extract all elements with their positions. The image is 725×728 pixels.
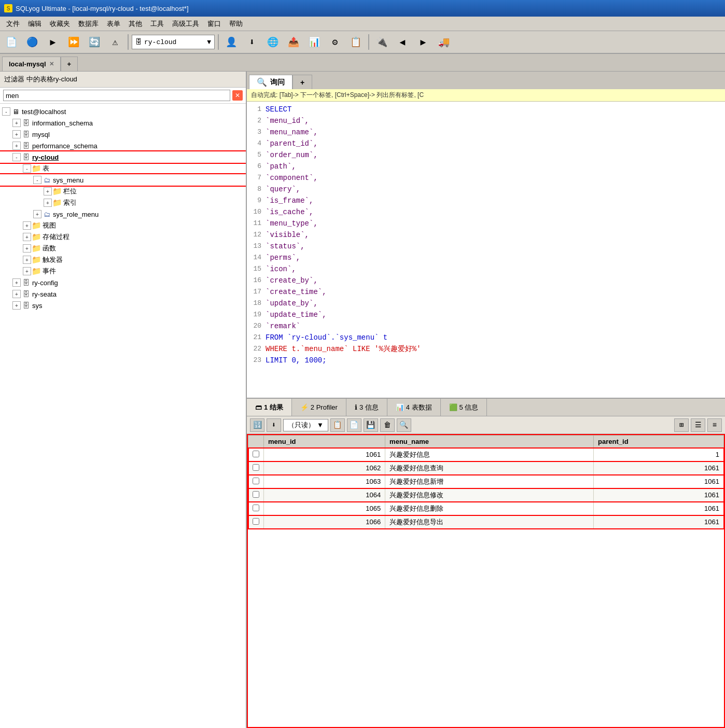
menu-table[interactable]: 表单: [103, 18, 124, 30]
toolbar-upload[interactable]: 🌐: [263, 33, 282, 51]
expand-tables-icon[interactable]: -: [23, 164, 31, 173]
toolbar-forward[interactable]: ▶️: [414, 33, 433, 51]
expand-procedures-icon[interactable]: +: [23, 233, 31, 241]
expand-sys-menu-icon[interactable]: -: [33, 176, 41, 184]
query-tab-add[interactable]: +: [292, 75, 312, 89]
toolbar-back[interactable]: ◀️: [393, 33, 412, 51]
row-checkbox[interactable]: [253, 518, 259, 525]
tree-node-root[interactable]: - 🖥 test@localhost: [0, 106, 246, 117]
expand-perf-icon[interactable]: +: [12, 142, 21, 150]
expand-columns-icon[interactable]: +: [44, 187, 52, 195]
toolbar-export[interactable]: 📤: [284, 33, 303, 51]
result-copy-btn[interactable]: 📋: [330, 418, 345, 432]
menu-other[interactable]: 其他: [124, 18, 146, 30]
result-view-list[interactable]: ☰: [691, 418, 705, 432]
menu-file[interactable]: 文件: [2, 18, 24, 30]
db-dropdown[interactable]: 🗄 ry-cloud ▼: [132, 35, 215, 49]
toolbar-connect[interactable]: 🔌: [372, 33, 391, 51]
menu-help[interactable]: 帮助: [225, 18, 247, 30]
toolbar-table-icon[interactable]: 📊: [305, 33, 324, 51]
query-tab-ask[interactable]: 🔍 询问: [249, 75, 292, 89]
table-row[interactable]: 1062兴趣爱好信息查询1061: [248, 461, 724, 475]
toolbar-warning[interactable]: ⚠️: [106, 33, 124, 51]
tree-node-triggers[interactable]: + 📁 触发器: [0, 254, 246, 265]
row-checkbox[interactable]: [253, 478, 259, 484]
tree-node-indexes[interactable]: + 📁 索引: [0, 197, 246, 208]
tree-node-information-schema[interactable]: + 🗄 information_schema: [0, 117, 246, 129]
toolbar-truck[interactable]: 🚚: [435, 33, 453, 51]
result-paste-btn[interactable]: 📄: [347, 418, 361, 432]
toolbar-report[interactable]: 📋: [346, 33, 365, 51]
result-filter-btn[interactable]: 🔍: [397, 418, 411, 432]
result-view-grid[interactable]: ⊞: [674, 418, 689, 432]
bottom-tab-profiler[interactable]: ⚡ 2 Profiler: [292, 399, 346, 416]
col-menu-name[interactable]: menu_name: [385, 436, 594, 448]
tree-node-procedures[interactable]: + 📁 存储过程: [0, 231, 246, 243]
table-row[interactable]: 1065兴趣爱好信息删除1061: [248, 502, 724, 515]
expand-root-icon[interactable]: -: [2, 107, 10, 116]
bottom-tab-info[interactable]: ℹ 3 信息: [346, 399, 387, 416]
tree-node-tables[interactable]: - 📁 表: [0, 163, 246, 174]
toolbar-refresh[interactable]: 🔄: [85, 33, 104, 51]
bottom-tab-info2[interactable]: 🟩 5 信息: [441, 399, 487, 416]
expand-sys-role-menu-icon[interactable]: +: [33, 210, 41, 218]
table-row[interactable]: 1063兴趣爱好信息新增1061: [248, 475, 724, 488]
search-input[interactable]: [3, 90, 230, 101]
tree-node-ry-seata[interactable]: + 🗄 ry-seata: [0, 288, 246, 300]
tree-node-functions[interactable]: + 📁 函数: [0, 243, 246, 254]
tree-node-sys-role-menu[interactable]: + 🗂 sys_role_menu: [0, 208, 246, 220]
bottom-tab-result[interactable]: 🗃 1 结果: [247, 399, 292, 416]
expand-functions-icon[interactable]: +: [23, 244, 31, 253]
tree-node-sys-menu[interactable]: - 🗂 sys_menu: [0, 174, 246, 186]
table-row[interactable]: 1064兴趣爱好信息修改1061: [248, 488, 724, 502]
expand-ry-cloud-icon[interactable]: -: [12, 153, 21, 161]
tab-add[interactable]: +: [61, 57, 78, 71]
row-checkbox[interactable]: [253, 505, 259, 511]
toolbar-play[interactable]: ▶️: [44, 33, 62, 51]
result-nav-btn[interactable]: ⬇: [267, 418, 281, 432]
code-editor[interactable]: 1SELECT2 `menu_id`,3 `menu_name`,4 `pare…: [247, 102, 725, 398]
table-row[interactable]: 1061兴趣爱好信息1: [248, 448, 724, 461]
search-clear-button[interactable]: ✕: [232, 90, 243, 101]
expand-ry-seata-icon[interactable]: +: [12, 290, 21, 298]
toolbar-user[interactable]: 👤: [222, 33, 241, 51]
result-delete-btn[interactable]: 🗑: [380, 418, 395, 432]
menu-window[interactable]: 窗口: [203, 18, 225, 30]
expand-sys-icon[interactable]: +: [12, 301, 21, 310]
row-checkbox[interactable]: [253, 451, 259, 457]
tree-node-sys[interactable]: + 🗄 sys: [0, 300, 246, 311]
toolbar-grid[interactable]: ⚙️: [326, 33, 344, 51]
result-save-btn[interactable]: 💾: [364, 418, 378, 432]
bottom-tab-tabledata[interactable]: 📊 4 表数据: [387, 399, 441, 416]
menu-edit[interactable]: 编辑: [24, 18, 46, 30]
menu-favorites[interactable]: 收藏夹: [46, 18, 74, 30]
expand-ry-config-icon[interactable]: +: [12, 278, 21, 287]
expand-triggers-icon[interactable]: +: [23, 256, 31, 264]
tab-close-icon[interactable]: ✕: [49, 61, 54, 67]
result-view-text[interactable]: ≡: [707, 418, 722, 432]
menu-tools[interactable]: 工具: [146, 18, 168, 30]
expand-indexes-icon[interactable]: +: [44, 199, 52, 207]
col-menu-id[interactable]: menu_id: [264, 436, 385, 448]
tree-node-columns[interactable]: + 📁 栏位: [0, 186, 246, 197]
mode-dropdown[interactable]: （只读） ▼: [283, 419, 328, 431]
toolbar-download[interactable]: ⬇️: [243, 33, 261, 51]
table-row[interactable]: 1066兴趣爱好信息导出1061: [248, 515, 724, 529]
toolbar-open[interactable]: 🔵: [23, 33, 41, 51]
row-checkbox[interactable]: [253, 464, 259, 471]
toolbar-new[interactable]: 📄: [2, 33, 21, 51]
tree-node-ry-cloud[interactable]: - 🗄 ry-cloud: [0, 151, 246, 163]
tree-node-mysql[interactable]: + 🗄 mysql: [0, 129, 246, 140]
connection-tab-local[interactable]: local-mysql ✕: [2, 57, 61, 71]
expand-views-icon[interactable]: +: [23, 221, 31, 230]
expand-events-icon[interactable]: +: [23, 267, 31, 275]
tree-node-performance-schema[interactable]: + 🗄 performance_schema: [0, 140, 246, 151]
toolbar-skip[interactable]: ⏩: [64, 33, 83, 51]
menu-database[interactable]: 数据库: [74, 18, 103, 30]
col-parent-id[interactable]: parent_id: [594, 436, 724, 448]
row-checkbox[interactable]: [253, 491, 259, 498]
result-calc-btn[interactable]: 🔢: [250, 418, 264, 432]
expand-mysql-icon[interactable]: +: [12, 130, 21, 138]
tree-node-views[interactable]: + 📁 视图: [0, 220, 246, 231]
tree-node-ry-config[interactable]: + 🗄 ry-config: [0, 277, 246, 288]
